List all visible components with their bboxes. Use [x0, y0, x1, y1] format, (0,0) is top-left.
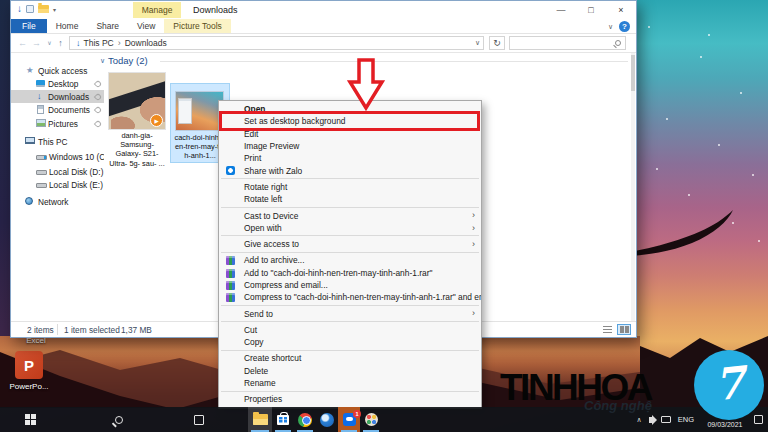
search-icon: [615, 40, 621, 46]
back-icon[interactable]: ←: [16, 36, 29, 50]
breadcrumb-folder[interactable]: Downloads: [125, 38, 167, 48]
touch-keyboard-icon[interactable]: [661, 416, 671, 423]
menu-item-rotate-left[interactable]: Rotate left: [219, 193, 481, 205]
tab-file[interactable]: File: [11, 19, 47, 33]
menu-item-compress-to-rar-and-email[interactable]: Compress to "cach-doi-hinh-nen-tren-may-…: [219, 291, 481, 303]
sidebar-item-quick-access[interactable]: ★ Quick access: [11, 64, 104, 77]
address-bar: ← → ∨ ↑ ↓ This PC › Downloads ∨ ↻: [11, 34, 636, 53]
menu-item-send-to[interactable]: Send to›: [219, 307, 481, 319]
refresh-icon[interactable]: ↻: [489, 36, 505, 50]
sidebar-item-downloads[interactable]: ↓ Downloads: [11, 90, 104, 103]
tray-expand-icon[interactable]: ∧: [637, 416, 642, 424]
breadcrumb-separator: ›: [118, 38, 121, 48]
group-header[interactable]: Today (2): [108, 55, 148, 66]
start-button[interactable]: [17, 407, 43, 432]
address-dropdown-icon[interactable]: ∨: [475, 39, 480, 47]
ribbon-collapse-icon[interactable]: ∨: [608, 23, 613, 31]
menu-item-compress-and-email[interactable]: Compress and email...: [219, 279, 481, 291]
play-icon: ▶: [150, 114, 163, 127]
tab-view[interactable]: View: [128, 19, 164, 33]
menu-item-rotate-right[interactable]: Rotate right: [219, 181, 481, 193]
drive-icon: [36, 183, 47, 188]
caption-buttons: — □ ×: [546, 1, 636, 19]
window-title: Downloads: [193, 5, 238, 15]
clock-date: 09/03/2021: [702, 420, 748, 429]
menu-item-rename[interactable]: Rename: [219, 377, 481, 389]
close-button[interactable]: ×: [606, 1, 636, 19]
menu-item-cast-to-device[interactable]: Cast to Device›: [219, 209, 481, 221]
menu-item-cut[interactable]: Cut: [219, 324, 481, 336]
menu-item-open-with[interactable]: Open with›: [219, 222, 481, 234]
taskbar-zalo[interactable]: 1: [338, 407, 360, 432]
desktop-icon-powerpoint-label[interactable]: PowerPo...: [3, 382, 55, 391]
breadcrumb-root[interactable]: This PC: [84, 38, 114, 48]
task-view-icon: [194, 415, 204, 425]
menu-item-image-preview[interactable]: Image Preview: [219, 140, 481, 152]
file-item-video[interactable]: ▶ danh-gia- Samsung- Galaxy- S21- Ultra-…: [106, 71, 168, 171]
menu-item-add-to-archive[interactable]: Add to archive...: [219, 254, 481, 266]
action-center-icon[interactable]: [754, 415, 763, 424]
menu-item-print[interactable]: Print: [219, 152, 481, 164]
maximize-button[interactable]: □: [576, 1, 606, 19]
sidebar-item-desktop[interactable]: Desktop: [11, 77, 104, 90]
powerpoint-icon: P: [24, 357, 34, 374]
sidebar-item-documents[interactable]: Documents: [11, 103, 104, 116]
search-input[interactable]: [509, 36, 626, 50]
forward-icon[interactable]: →: [30, 36, 43, 50]
folder-location-icon: ↓: [76, 38, 81, 48]
tab-share[interactable]: Share: [87, 19, 128, 33]
taskbar-app[interactable]: [360, 407, 382, 432]
document-icon: [37, 105, 44, 114]
desktop-icon-powerpoint[interactable]: P: [15, 351, 43, 379]
taskbar-microsoft-store[interactable]: [272, 407, 294, 432]
vertical-scrollbar[interactable]: [631, 53, 635, 321]
sidebar-item-this-pc[interactable]: This PC: [11, 135, 104, 148]
large-icons-view-button[interactable]: [617, 324, 631, 335]
picture-icon: [36, 119, 46, 127]
task-view-button[interactable]: [186, 407, 212, 432]
taskbar-chrome[interactable]: [294, 407, 316, 432]
ribbon-right-controls: ∨ ?: [608, 19, 630, 34]
menu-item-properties[interactable]: Properties: [219, 393, 481, 405]
menu-item-share-with-zalo[interactable]: Share with Zalo: [219, 164, 481, 176]
group-collapse-icon[interactable]: ∨: [100, 57, 105, 65]
red-arrow-annotation: [340, 57, 392, 113]
minimize-button[interactable]: —: [546, 1, 576, 19]
help-icon[interactable]: ?: [619, 21, 630, 32]
file-explorer-icon: [253, 414, 268, 425]
selected-size: 1,37 MB: [121, 325, 152, 335]
selected-count: 1 item selected: [64, 325, 120, 335]
new-folder-icon[interactable]: [38, 5, 49, 13]
customize-qat-icon[interactable]: ▾: [53, 6, 56, 13]
tab-home[interactable]: Home: [47, 19, 88, 33]
quick-access-toolbar: ↓ ▾: [17, 4, 56, 14]
up-icon[interactable]: ↑: [54, 36, 67, 50]
taskbar-browser[interactable]: [316, 407, 338, 432]
logo-7: 7: [711, 356, 747, 410]
details-view-button[interactable]: [600, 324, 614, 335]
properties-icon[interactable]: [26, 5, 34, 13]
address-field[interactable]: ↓ This PC › Downloads ∨: [69, 36, 484, 50]
taskbar-file-explorer[interactable]: [248, 407, 272, 432]
menu-separator: [221, 207, 479, 208]
sidebar-item-pictures[interactable]: Pictures: [11, 117, 104, 130]
item-count: 2 items: [27, 325, 54, 335]
taskbar-search-button[interactable]: [106, 407, 132, 432]
search-icon: [115, 416, 123, 424]
menu-separator: [221, 350, 479, 351]
sidebar-item-network[interactable]: Network: [11, 195, 104, 208]
browser-icon: [320, 413, 334, 427]
menu-item-copy[interactable]: Copy: [219, 336, 481, 348]
menu-item-delete[interactable]: Delete: [219, 365, 481, 377]
screen: Excel P PowerPo... TINHHOA ↓ ▾ Manage Do…: [0, 0, 768, 432]
menu-item-give-access-to[interactable]: Give access to›: [219, 238, 481, 250]
sidebar-item-local-disk-e[interactable]: Local Disk (E:): [11, 178, 104, 191]
title-bar[interactable]: ↓ ▾ Manage Downloads — □ ×: [11, 1, 636, 19]
tab-picture-tools[interactable]: Picture Tools: [164, 19, 231, 33]
language-indicator[interactable]: ENG: [678, 415, 694, 424]
volume-icon[interactable]: [649, 417, 653, 423]
sidebar-item-windows-c[interactable]: Windows 10 (C:): [11, 150, 104, 163]
menu-item-create-shortcut[interactable]: Create shortcut: [219, 352, 481, 364]
sidebar-item-local-disk-d[interactable]: Local Disk (D:): [11, 165, 104, 178]
menu-item-add-to-rar[interactable]: Add to "cach-doi-hinh-nen-tren-may-tinh-…: [219, 267, 481, 279]
